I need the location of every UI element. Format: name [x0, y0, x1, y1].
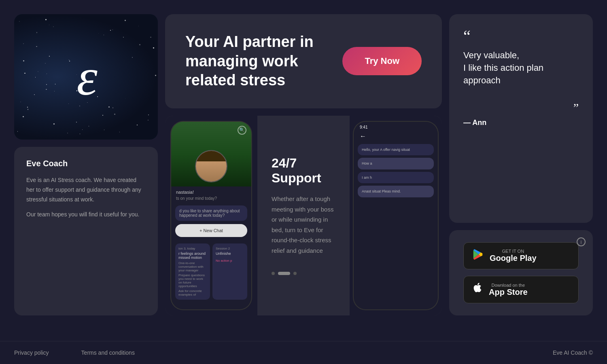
session-desc-3: Ask for concrete examples of [178, 289, 207, 296]
center-column: Your AI partner in managing work related… [165, 14, 442, 315]
app-name: Eve Coach [26, 159, 146, 168]
carousel-dot-2[interactable] [278, 272, 290, 275]
session-card-1: ion 3, today r feelings around missed mo… [175, 243, 210, 300]
feature-title: 24/7 Support [272, 156, 335, 186]
phone-screen-left: 🔍 nastasia! ts on your mind today? d you… [171, 122, 251, 310]
feature-description: Whether after a tough meeting with your … [272, 194, 335, 256]
phone-status-bar: 9:41 [354, 122, 438, 131]
carousel-dot-3[interactable] [293, 272, 297, 275]
app-description-1: Eve is an AI Stress coach. We have creat… [26, 176, 146, 204]
phone-back-button[interactable]: ← [354, 131, 438, 142]
testimonial-line-1: Very valuable, [463, 50, 519, 60]
session-desc-2: Prepare questions you need to work on fu… [178, 273, 207, 288]
app-store-text: Download on the App Store [489, 283, 528, 297]
quote-open: “ [463, 28, 579, 44]
google-play-text: GET IT ON Google Play [490, 249, 537, 263]
carousel-dot-1[interactable] [272, 272, 275, 275]
app-info-card: Eve Coach Eve is an AI Stress coach. We … [14, 147, 158, 315]
phone-question: ts on your mind today? [171, 196, 251, 204]
footer-links: Privacy policy Terms and conditions [14, 349, 135, 356]
new-chat-button[interactable]: + New Chat [175, 224, 247, 237]
phone-bubble: d you like to share anything about happe… [175, 205, 247, 221]
feature-card: 🔍 nastasia! ts on your mind today? d you… [165, 116, 442, 316]
phone-avatar-area: 🔍 [171, 122, 251, 186]
session-text-2: Unfinishe [216, 252, 244, 256]
left-column: ε Eve Coach Eve is an AI Stress coach. W… [14, 14, 158, 315]
google-play-name: Google Play [490, 254, 537, 263]
info-icon[interactable]: i [577, 237, 586, 246]
try-now-button[interactable]: Try Now [342, 47, 422, 75]
session-cards-area: ion 3, today r feelings around missed mo… [171, 240, 251, 303]
phone-mockup-right: 9:41 ← Hello, your A offer navig situat … [350, 116, 442, 316]
app-store-button[interactable]: Download on the App Store [463, 276, 579, 303]
phone-mockup-left: 🔍 nastasia! ts on your mind today? d you… [165, 116, 257, 316]
app-logo-symbol: ε [76, 51, 95, 103]
search-icon[interactable]: 🔍 [238, 126, 246, 135]
store-card: i GET IT ON Google Play [449, 230, 593, 315]
session-card-2: Session 2 Unfinishe No action p [212, 243, 247, 300]
testimonial-text: Very valuable, I like this action plan a… [463, 49, 579, 87]
google-play-button[interactable]: GET IT ON Google Play [463, 242, 579, 269]
phone-chat-message: Hello, your A offer navig situat [358, 144, 434, 156]
session-label-1: ion 3, today [178, 247, 207, 250]
session-action: No action p [216, 259, 244, 262]
hero-card: Your AI partner in managing work related… [165, 14, 442, 108]
app-store-sublabel: Download on the [489, 283, 528, 288]
avatar [195, 150, 227, 182]
phone-response-1: How a [358, 158, 434, 169]
avatar-hair [196, 151, 227, 162]
app-store-name: App Store [489, 288, 528, 297]
privacy-policy-link[interactable]: Privacy policy [14, 349, 49, 356]
terms-link[interactable]: Terms and conditions [81, 349, 135, 356]
apple-icon [472, 282, 483, 297]
quote-close: ” [463, 101, 579, 114]
right-column: “ Very valuable, I like this action plan… [449, 14, 593, 315]
testimonial-line-3: approach [463, 75, 501, 85]
footer: Privacy policy Terms and conditions Eve … [0, 341, 607, 364]
google-play-sublabel: GET IT ON [490, 249, 537, 254]
phone-chat-message-2: I am h [358, 172, 434, 184]
feature-text-area: 24/7 Support Whether after a tough meeti… [257, 116, 350, 316]
session-desc-1: One-to-one conversation with your manage… [178, 261, 207, 272]
testimonial-author: — Ann [463, 119, 579, 127]
app-description-2: Our team hopes you will find it useful f… [26, 210, 146, 220]
phone-time: 9:41 [360, 125, 367, 129]
carousel-dots [272, 272, 335, 275]
footer-copyright: Eve AI Coach © [553, 349, 593, 356]
google-play-icon [472, 248, 484, 263]
logo-card: ε [14, 14, 158, 140]
phone-greeting: nastasia! [171, 186, 251, 196]
testimonial-line-2: I like this action plan [463, 63, 543, 73]
session-label-2: Session 2 [216, 247, 244, 250]
phone-screen-right: 9:41 ← Hello, your A offer navig situat … [354, 122, 438, 310]
phone-user-message: Anast situat Pleas mind. [358, 186, 434, 197]
session-text-1: r feelings around missed motion [178, 252, 207, 260]
avatar-face [196, 151, 227, 182]
testimonial-card: “ Very valuable, I like this action plan… [449, 14, 593, 223]
hero-title: Your AI partner in managing work related… [185, 32, 342, 90]
